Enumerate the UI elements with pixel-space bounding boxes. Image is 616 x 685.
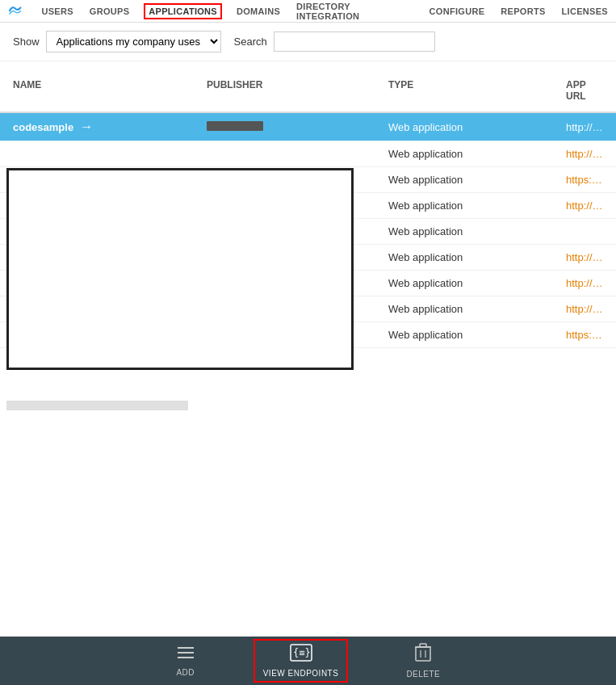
delete-button[interactable]: DELETE [396, 638, 450, 683]
logo-icon [6, 2, 23, 20]
col-header-type: TYPE [375, 76, 553, 105]
svg-text:{≡}: {≡} [293, 647, 311, 658]
cell-publisher [194, 115, 375, 140]
cell-appurl: http://localhos [553, 271, 616, 296]
cell-name: codesample → [0, 113, 194, 141]
cell-type: Web application [375, 296, 553, 321]
svg-rect-5 [416, 647, 430, 661]
cell-type: Web application [375, 219, 553, 244]
cell-appurl [553, 225, 616, 238]
table-row[interactable]: codesample → Web application http://code… [0, 113, 616, 141]
view-endpoints-button[interactable]: {≡} VIEW ENDPOINTS [254, 639, 349, 683]
nav-item-configure[interactable]: CONFIGURE [428, 3, 487, 19]
detail-panel [6, 168, 354, 370]
arrow-icon: → [80, 120, 93, 134]
delete-icon [414, 643, 432, 666]
add-icon [176, 645, 195, 665]
svg-rect-0 [178, 647, 194, 649]
svg-rect-7 [420, 644, 426, 647]
nav-item-licenses[interactable]: LICENSES [560, 3, 610, 19]
cell-publisher [194, 148, 375, 161]
cell-type: Web application [375, 141, 553, 166]
redacted-publisher [207, 121, 263, 131]
search-input[interactable] [274, 32, 435, 52]
nav-item-reports[interactable]: REPORTS [499, 3, 547, 19]
nav-item-users[interactable]: USERS [40, 3, 74, 19]
cell-type: Web application [375, 245, 553, 270]
view-endpoints-label: VIEW ENDPOINTS [263, 669, 339, 678]
nav-item-applications[interactable]: APPLICATIONS [144, 3, 222, 19]
cell-appurl: http://localhos [553, 193, 616, 218]
add-label: ADD [176, 668, 195, 677]
cell-type: Web application [375, 322, 553, 347]
col-header-name: NAME [0, 76, 194, 105]
table-row[interactable]: Web application http://dev.offi [0, 141, 616, 167]
cell-name [0, 148, 194, 161]
horizontal-scrollbar[interactable] [6, 401, 188, 410]
table-header: NAME PUBLISHER TYPE APP URL [0, 69, 616, 113]
col-header-publisher: PUBLISHER [194, 76, 375, 105]
cell-type: Web application [375, 167, 553, 192]
cell-type: Web application [375, 115, 553, 140]
show-select[interactable]: Applications my company uses [46, 31, 221, 53]
add-button[interactable]: ADD [166, 640, 205, 682]
cell-type: Web application [375, 193, 553, 218]
nav-item-directory-integration[interactable]: DIRECTORY INTEGRATION [295, 0, 415, 24]
cell-appurl: https://garytes [553, 167, 616, 192]
main-content: Show Applications my company uses Search… [0, 23, 616, 637]
cell-appurl: http://localhos [553, 245, 616, 270]
cell-appurl: http://unboun [553, 296, 616, 321]
view-endpoints-icon: {≡} [290, 644, 312, 666]
delete-label: DELETE [406, 670, 440, 679]
row-name-text: codesample [13, 121, 73, 133]
nav-item-groups[interactable]: GROUPS [88, 3, 131, 19]
top-nav: USERS GROUPS APPLICATIONS DOMAINS DIRECT… [0, 0, 616, 23]
cell-appurl: http://dev.offi [553, 141, 616, 166]
col-header-appurl: APP URL [553, 76, 616, 105]
nav-item-domains[interactable]: DOMAINS [235, 3, 282, 19]
filter-bar: Show Applications my company uses Search [0, 23, 616, 61]
cell-appurl: https://www.v [553, 322, 616, 347]
show-label: Show [13, 36, 40, 48]
search-label: Search [234, 36, 267, 48]
cell-appurl: http://codesan [553, 115, 616, 140]
svg-rect-1 [178, 652, 194, 653]
bottom-toolbar: ADD {≡} VIEW ENDPOINTS DELETE [0, 637, 616, 685]
svg-rect-2 [178, 657, 194, 658]
cell-type: Web application [375, 271, 553, 296]
